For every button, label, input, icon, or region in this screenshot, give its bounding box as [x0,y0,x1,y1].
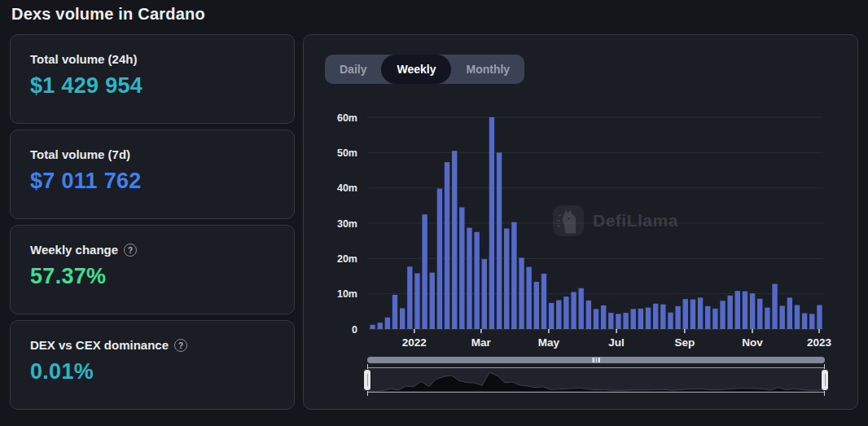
stat-label: Weekly change ? [30,243,274,257]
volume-bar[interactable] [504,229,509,330]
stat-card-dex-vs-cex-dominance: DEX vs CEX dominance ? 0.01% [10,320,295,410]
volume-bar[interactable] [601,305,606,329]
volume-bar[interactable] [511,222,516,329]
volume-bar[interactable] [765,308,769,329]
volume-bar[interactable] [594,309,598,329]
volume-bar[interactable] [497,152,502,329]
volume-bar[interactable] [668,313,673,329]
volume-bar[interactable] [795,305,800,329]
volume-bar[interactable] [571,292,576,330]
volume-bar[interactable] [579,288,584,329]
volume-bar[interactable] [631,309,636,329]
volume-bar[interactable] [556,300,561,329]
volume-bar[interactable] [563,296,568,329]
volume-bar[interactable] [802,314,807,330]
stat-label-text: Total volume (24h) [30,52,137,66]
stat-card-total-volume-24h: Total volume (24h) $1 429 954 [10,34,295,124]
brush-mini-chart[interactable] [367,367,825,393]
help-icon[interactable]: ? [124,244,137,257]
volume-bar[interactable] [690,300,695,329]
volume-bar[interactable] [489,117,494,329]
volume-bar[interactable] [407,266,412,329]
stat-label: Total volume (7d) [30,147,274,161]
volume-bar[interactable] [787,297,792,329]
volume-bar[interactable] [459,208,464,330]
scrollbar-grip-icon[interactable] [593,358,600,362]
volume-bar[interactable] [534,282,539,329]
x-axis-label: May [538,336,560,349]
y-axis-label: 10m [337,288,357,300]
interval-tab-bar: Daily Weekly Monthly [325,55,524,84]
stat-label: Total volume (24h) [30,52,274,66]
volume-bar[interactable] [660,305,665,329]
volume-bar[interactable] [683,299,688,329]
volume-bar[interactable] [705,306,710,329]
volume-bar[interactable] [452,151,457,329]
y-axis-label: 0 [352,324,357,336]
stat-label: DEX vs CEX dominance ? [30,338,274,352]
volume-bar[interactable] [646,308,651,329]
volume-bar[interactable] [653,304,658,329]
volume-bar[interactable] [757,299,762,329]
volume-bar[interactable] [482,259,487,329]
stat-label-text: DEX vs CEX dominance [30,338,169,352]
chart-panel: Daily Weekly Monthly 010m20m30m40m50m60m… [303,34,858,410]
volume-bar[interactable] [586,301,591,329]
stat-label-text: Weekly change [30,243,118,257]
x-axis-label: 2022 [402,336,427,349]
volume-bar[interactable] [779,305,784,329]
volume-bar[interactable] [735,291,740,329]
volume-bar[interactable] [437,189,442,329]
brush-handle-left[interactable] [363,369,371,391]
x-axis-label: Jul [608,336,625,349]
volume-bar[interactable] [623,313,628,329]
volume-bar[interactable] [727,296,732,329]
volume-bar[interactable] [720,301,725,329]
volume-bar[interactable] [809,314,814,329]
volume-bar[interactable] [675,306,680,329]
volume-bar[interactable] [712,309,717,329]
volume-bar[interactable] [638,309,643,329]
volume-bar[interactable] [698,297,703,329]
stat-value: 57.37% [30,264,274,289]
volume-bar[interactable] [743,292,747,329]
x-axis-label: Mar [471,336,492,349]
volume-bar[interactable] [549,303,554,329]
stat-card-weekly-change: Weekly change ? 57.37% [10,225,295,314]
stat-value: $1 429 954 [30,73,274,99]
volume-bar[interactable] [378,323,383,329]
tab-daily[interactable]: Daily [325,55,381,84]
volume-bar[interactable] [467,228,471,329]
volume-bar[interactable] [422,214,427,329]
y-axis-label: 40m [337,182,357,194]
volume-bar[interactable] [445,162,449,329]
volume-bar[interactable] [385,318,390,329]
x-axis-label: Nov [742,336,763,349]
volume-bar[interactable] [616,314,620,329]
volume-bar[interactable] [400,308,405,329]
help-icon[interactable]: ? [174,339,187,352]
brush-handle-right[interactable] [821,369,829,391]
volume-bar[interactable] [608,313,613,329]
stats-column: Total volume (24h) $1 429 954 Total volu… [10,34,295,415]
volume-bar[interactable] [414,274,419,329]
stat-value: 0.01% [30,359,274,384]
volume-bar[interactable] [474,232,479,329]
volume-bar[interactable] [370,325,375,329]
volume-bar-chart[interactable]: 010m20m30m40m50m60m2022MarMayJulSepNov20… [313,100,841,354]
page-title: Dexs volume in Cardano [11,5,205,24]
brush-scrollbar[interactable] [367,357,825,363]
tab-monthly[interactable]: Monthly [451,55,524,84]
volume-bar[interactable] [430,273,435,329]
volume-bar[interactable] [750,293,755,329]
x-axis-label: Sep [674,336,695,349]
volume-bar[interactable] [519,257,524,329]
volume-bar[interactable] [541,274,546,329]
volume-bar[interactable] [772,284,777,329]
y-axis-label: 50m [337,147,357,159]
volume-bar[interactable] [526,267,531,329]
volume-bar[interactable] [392,295,397,329]
stat-card-total-volume-7d: Total volume (7d) $7 011 762 [10,130,295,219]
tab-weekly[interactable]: Weekly [381,55,451,84]
volume-bar[interactable] [817,305,822,329]
